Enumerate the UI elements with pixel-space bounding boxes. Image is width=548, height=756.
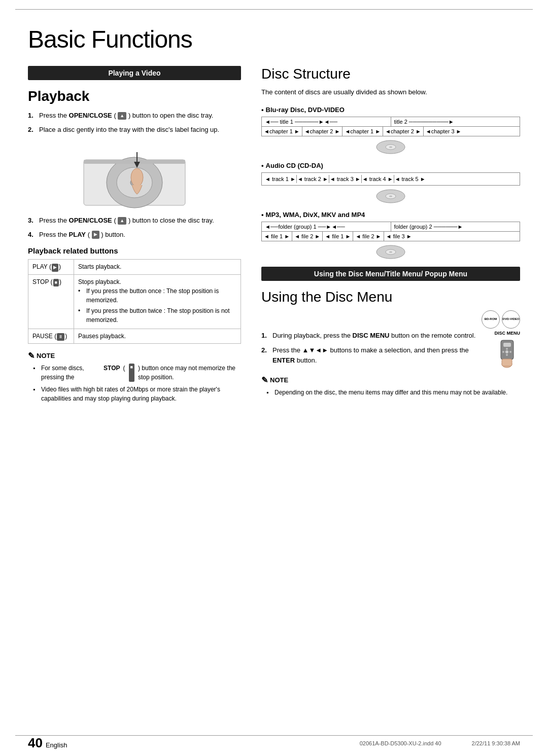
disc-type-mp3-label: MP3, WMA, DivX, MKV and MP4 [261,211,520,219]
stop-desc: Stops playback. • If you press the butto… [74,274,241,329]
step-2-text: Place a disc gently into the tray with t… [39,125,219,135]
open-close-icon: ▲ [118,112,126,120]
disc-menu-step-1: 1. During playback, press the DISC MENU … [261,331,489,341]
audio-label-text: Audio CD (CD-DA) [266,162,323,169]
table-row-play: PLAY (▶) Starts playback. [28,260,241,275]
stop-bullet-1: • If you press the button once : The sto… [78,286,236,305]
stop-btn-icon: ■ [53,279,59,287]
table-row-stop: STOP (■) Stops playback. • If you press … [28,274,241,329]
playback-buttons-title: Playback related buttons [28,246,241,255]
play-btn-icon: ▶ [52,264,58,272]
file-3: ◄ file 3 ► [384,232,414,241]
audio-disc-image [375,189,406,204]
disc-menu-header-text: Using the Disc Menu/Title Menu/ Popup Me… [314,270,467,278]
disc-step-1-text: During playback, press the DISC MENU but… [272,331,475,341]
chapter-3: ◄chapter 3 ► [424,127,464,136]
bd-rom-text: BD-ROM [485,317,497,321]
playback-title: Playback [28,88,241,104]
step-4-text: Press the PLAY ( ▶ ) button. [39,230,125,240]
note-title: ✎ NOTE [28,351,241,361]
mp3-label-text: MP3, WMA, DivX, MKV and MP4 [266,211,365,219]
disc-menu-header: Using the Disc Menu/Title Menu/ Popup Me… [261,267,520,281]
content-area: Basic Functions Playing a Video Playback… [0,0,548,437]
svg-point-19 [502,351,504,353]
disc-menu-note-list: Depending on the disc, the menu items ma… [261,388,520,397]
disc-menu-icon-area: DISC MENU [494,331,520,368]
step-1-num: 1. [28,111,36,121]
two-column-layout: Playing a Video Playback 1. Press the OP… [28,66,520,406]
file-1b: ◄ file 1 ► [323,232,353,241]
playing-video-header: Playing a Video [28,66,241,80]
stop-bullet-2-text: If you press the button twice : The stop… [86,306,236,325]
page-number: 40 [28,735,43,751]
page-title: Basic Functions [28,25,520,53]
chapter-1b: ◄chapter 1 ► [342,127,383,136]
svg-point-5 [131,168,143,187]
page-footer: 40 English 02061A-BD-D5300-XU-2.indd 40 … [28,735,520,751]
bluray-title-2: title 2 ──────────► [391,117,520,126]
top-border [15,9,533,10]
svg-rect-17 [503,343,511,347]
track-sep-1 [296,175,297,183]
step-3: 3. Press the OPEN/CLOSE ( ▲ ) button to … [28,215,241,226]
bluray-title-row: ◄── title 1 ──────►◄── title 2 ─────────… [262,117,520,127]
play-label: PLAY (▶) [28,260,74,275]
svg-point-12 [389,195,392,197]
stop-label: STOP (■) [28,274,74,329]
step-2-num: 2. [28,125,36,135]
page-wrapper: Basic Functions Playing a Video Playback… [0,0,548,756]
svg-rect-4 [84,160,185,164]
disc-menu-note: ✎ NOTE Depending on the disc, the menu i… [261,375,520,397]
pause-btn-icon: ⏸ [57,333,64,341]
track-5: ◄ track 5 ► [395,176,426,182]
playback-steps-1-2: 1. Press the OPEN/CLOSE ( ▲ ) button to … [28,111,241,134]
disc-structure-title: Disc Structure [261,66,520,82]
buttons-table: PLAY (▶) Starts playback. STOP (■) Stops… [28,259,241,344]
footer-right-text: 2/22/11 9:30:38 AM [472,740,520,746]
track-3: ◄ track 3 ► [330,176,361,182]
svg-point-18 [505,350,508,353]
disc-type-audio-label: Audio CD (CD-DA) [261,162,520,169]
disc-step-1-num: 1. [261,331,269,341]
disc-menu-numbered-wrapper: BD-ROM DVD-VIDEO 1. During playback, pre… [261,310,520,371]
bluray-label-text: Blu-ray Disc, DVD-VIDEO [266,106,345,114]
svg-point-20 [509,351,511,353]
disc-badges-row: BD-ROM DVD-VIDEO [261,310,520,329]
disc-structure-desc: The content of discs are usually divided… [261,87,520,98]
chapter-2b: ◄chapter 2 ► [383,127,423,136]
disc-menu-step1-row: 1. During playback, press the DISC MENU … [261,331,520,371]
open-close-icon-2: ▲ [118,217,126,225]
step-4-num: 4. [28,230,36,240]
note-label: NOTE [37,352,55,359]
disc-menu-step-2: 2. Press the ▲▼◄► buttons to make a sele… [261,345,489,365]
page-number-area: 40 English [28,735,67,751]
note-section: ✎ NOTE For some discs, pressing the STOP… [28,351,241,403]
bluray-diagram: ◄── title 1 ──────►◄── title 2 ─────────… [261,117,520,136]
step-1: 1. Press the OPEN/CLOSE ( ▲ ) button to … [28,111,241,121]
chapter-1: ◄chapter 1 ► [262,127,302,136]
disc-tray-image [79,139,190,210]
svg-point-9 [389,146,392,148]
file-1a: ◄ file 1 ► [262,232,292,241]
folder-file-row: ◄ file 1 ► ◄ file 2 ► ◄ file 1 ► ◄ file … [262,232,520,241]
bluray-disc-image [375,139,406,155]
folder-title-row: ◄──folder (group) 1 ──►◄── folder (group… [262,222,520,232]
pause-desc: Pauses playback. [74,329,241,344]
step-3-num: 3. [28,215,36,226]
chapter-2: ◄chapter 2 ► [302,127,342,136]
svg-point-15 [389,251,392,253]
bd-rom-badge: BD-ROM [482,310,500,329]
folder-group-2: folder (group) 2 ──────► [391,222,520,231]
page-language: English [46,741,67,749]
note-item-1: For some discs, pressing the STOP ( ■ ) … [28,364,241,382]
left-column: Playing a Video Playback 1. Press the OP… [28,66,241,406]
mp3-disc-image [375,244,406,260]
svg-point-21 [506,348,508,350]
play-desc: Starts playback. [74,260,241,275]
table-row-pause: PAUSE (⏸) Pauses playback. [28,329,241,344]
track-2: ◄ track 2 ► [297,176,328,182]
audio-track-diagram: ◄ track 1 ► ◄ track 2 ► ◄ track 3 ► ◄ tr… [261,172,520,186]
note-item-2: Video files with high bit rates of 20Mbp… [28,385,241,403]
dvd-video-text: DVD-VIDEO [502,317,519,321]
disc-step-2-num: 2. [261,345,269,365]
